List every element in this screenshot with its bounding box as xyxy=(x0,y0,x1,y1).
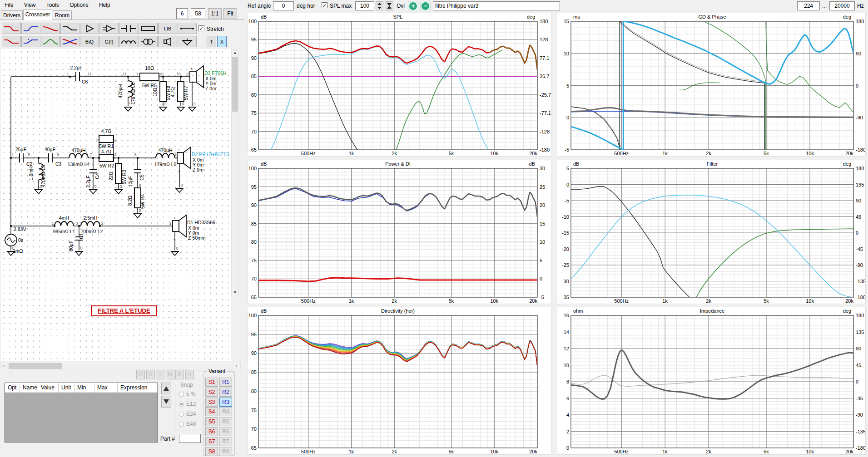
svg-text:14: 14 xyxy=(564,329,569,335)
optimizer-mode-r-button[interactable]: R xyxy=(175,370,184,379)
tool-lowpass-button[interactable] xyxy=(2,23,21,34)
tool-capacitor-button[interactable] xyxy=(119,23,138,34)
snap-option-E12[interactable]: E12 xyxy=(179,401,196,407)
svg-text:10Ω: 10Ω xyxy=(152,88,158,97)
move-up-button[interactable] xyxy=(161,383,171,394)
variant-r8-button[interactable]: R8 xyxy=(219,447,232,456)
schematic-canvas[interactable]: 2.2µFC6470µH179mΩ L610Ω5W R510Ω5W R84.7Ω… xyxy=(1,49,231,361)
move-down-button[interactable] xyxy=(161,396,171,408)
chart-panel-directivity[interactable]: 10095908580757065500Hz1k2k5k10k20kDirect… xyxy=(247,307,551,455)
schematic-note[interactable]: FILTRE A L'ETUDE xyxy=(91,305,157,316)
chart-panel-impedance[interactable]: 161412108642018013590450-45-90-135-18050… xyxy=(557,307,866,455)
stretch-checkbox[interactable]: ✓ xyxy=(198,25,204,31)
svg-text:95: 95 xyxy=(251,332,257,337)
schematic-hscrollbar[interactable]: ‹ › xyxy=(0,362,241,369)
spl-max-checkbox[interactable]: ✓ xyxy=(322,2,327,8)
variant-r2-button[interactable]: R2 xyxy=(219,388,232,397)
schematic-vscrollbar[interactable]: ▲ ▼ xyxy=(231,49,239,296)
tool-transformer-button[interactable] xyxy=(139,36,158,47)
scroll-up-icon[interactable]: ▲ xyxy=(232,49,238,56)
tab-crossover[interactable]: Crossover xyxy=(23,10,52,20)
spin-updown-button[interactable] xyxy=(376,1,383,10)
tool-delete-button[interactable]: X xyxy=(217,36,227,47)
part-number-field[interactable] xyxy=(179,434,201,443)
tool-highshelf-button[interactable] xyxy=(21,36,40,47)
scroll-right-icon[interactable]: › xyxy=(233,363,240,369)
variant-r5-button[interactable]: R5 xyxy=(219,417,232,426)
menu-options[interactable]: Options xyxy=(65,0,93,10)
optimizer-mode-i-button[interactable]: I xyxy=(156,370,164,379)
svg-text:1k: 1k xyxy=(349,298,354,304)
variant-s8-button[interactable]: S8 xyxy=(205,447,218,456)
tool-resistor-button[interactable] xyxy=(139,23,158,34)
hscroll-thumb[interactable] xyxy=(9,363,62,369)
svg-text:2: 2 xyxy=(566,429,569,434)
menu-file[interactable]: File xyxy=(0,0,18,10)
tool-peak-button[interactable] xyxy=(41,36,60,47)
variant-r4-button[interactable]: R4 xyxy=(219,407,232,416)
svg-text:ohm: ohm xyxy=(573,308,583,314)
stretch-label: Stretch xyxy=(207,26,224,32)
optimizer-table[interactable]: OptNameValueUnitMinMaxExpression xyxy=(5,383,158,442)
tool-inductor-button[interactable] xyxy=(119,36,138,47)
freq-max-field[interactable] xyxy=(829,1,855,10)
variant-s4-button[interactable]: S4 xyxy=(205,407,218,416)
variant-r1-button[interactable]: R1 xyxy=(219,378,232,387)
variant-s7-button[interactable]: S7 xyxy=(205,437,218,446)
hourglass-button[interactable] xyxy=(385,1,393,10)
ovl-remove-button[interactable]: − xyxy=(420,1,431,11)
chart-panel-gd-phase[interactable]: 151050-5180900-90-180500Hz1k2k5k10k20kGD… xyxy=(557,13,866,157)
menu-tools[interactable]: Tools xyxy=(42,0,64,10)
tool-highpass-button[interactable] xyxy=(21,23,40,34)
scroll-left-icon[interactable]: ‹ xyxy=(0,363,7,369)
tool-bandpass-button[interactable] xyxy=(41,23,60,34)
variant-s6-button[interactable]: S6 xyxy=(205,427,218,436)
tool-opamp-button[interactable] xyxy=(99,23,119,34)
snap-option-E48[interactable]: E48 xyxy=(179,421,196,427)
ovl-add-button[interactable]: + xyxy=(408,1,418,11)
tool-speaker-button[interactable] xyxy=(158,36,177,47)
variant-r3-button[interactable]: R3 xyxy=(219,398,232,407)
grid-rows-field[interactable] xyxy=(191,8,205,19)
tool-ground-button[interactable] xyxy=(178,36,197,47)
tool-crossover-button[interactable] xyxy=(60,36,79,47)
chart-panel-filter[interactable]: 50-5-10-15-20-25-30-3518013590450-45-90-… xyxy=(557,160,866,304)
tool-wire-button[interactable] xyxy=(178,23,197,34)
menu-view[interactable]: View xyxy=(20,0,40,10)
ref-angle-field[interactable] xyxy=(273,1,294,10)
tab-room[interactable]: Room xyxy=(53,10,72,20)
tool-lowshelf-button[interactable] xyxy=(2,36,21,47)
grid-cols-field[interactable] xyxy=(176,8,188,19)
scroll-down-icon[interactable]: ▼ xyxy=(232,289,238,296)
tool-shelf-button[interactable] xyxy=(60,23,79,34)
svg-text:10k: 10k xyxy=(490,298,498,304)
tool-text-button[interactable]: T xyxy=(207,36,216,47)
snap-option-5[interactable]: 5 % xyxy=(179,391,196,397)
fit-button[interactable]: Fit xyxy=(223,8,237,19)
tool-biquad-button[interactable]: BiQ xyxy=(80,36,99,47)
optimizer-mode-o-button[interactable]: O xyxy=(136,370,145,379)
variant-s1-button[interactable]: S1 xyxy=(205,378,218,387)
vscroll-thumb[interactable] xyxy=(232,57,238,112)
chart-panel-spl[interactable]: 10095908580757065180128.77.125.7-25.7-77… xyxy=(247,13,551,157)
variant-r7-button[interactable]: R7 xyxy=(219,437,232,446)
tool-library-button[interactable]: LIB xyxy=(158,23,177,34)
zoom-1-1-button[interactable]: 1:1 xyxy=(208,8,222,19)
tab-drivers[interactable]: Drivers xyxy=(1,10,23,20)
variant-s2-button[interactable]: S2 xyxy=(205,388,218,397)
overlay-name-field[interactable] xyxy=(433,1,560,10)
chart-panel-power-di[interactable]: 10095908580757065302520151050-5500Hz1k2k… xyxy=(247,160,551,304)
snap-option-E24[interactable]: E24 xyxy=(179,411,196,417)
tool-gf-button[interactable]: G(f) xyxy=(99,36,119,47)
spl-max-field[interactable] xyxy=(355,1,374,10)
freq-min-field[interactable] xyxy=(797,1,820,10)
svg-text:5: 5 xyxy=(540,258,542,263)
optimizer-mode-h-button[interactable]: H xyxy=(185,370,194,379)
tool-buffer-button[interactable] xyxy=(80,23,99,34)
variant-r6-button[interactable]: R6 xyxy=(219,427,232,436)
menu-help[interactable]: Help xyxy=(94,0,115,10)
variant-s5-button[interactable]: S5 xyxy=(205,417,218,426)
optimizer-mode-s-button[interactable]: S xyxy=(146,370,155,379)
variant-s3-button[interactable]: S3 xyxy=(205,398,218,407)
optimizer-mode-m-button[interactable]: M xyxy=(166,370,174,379)
